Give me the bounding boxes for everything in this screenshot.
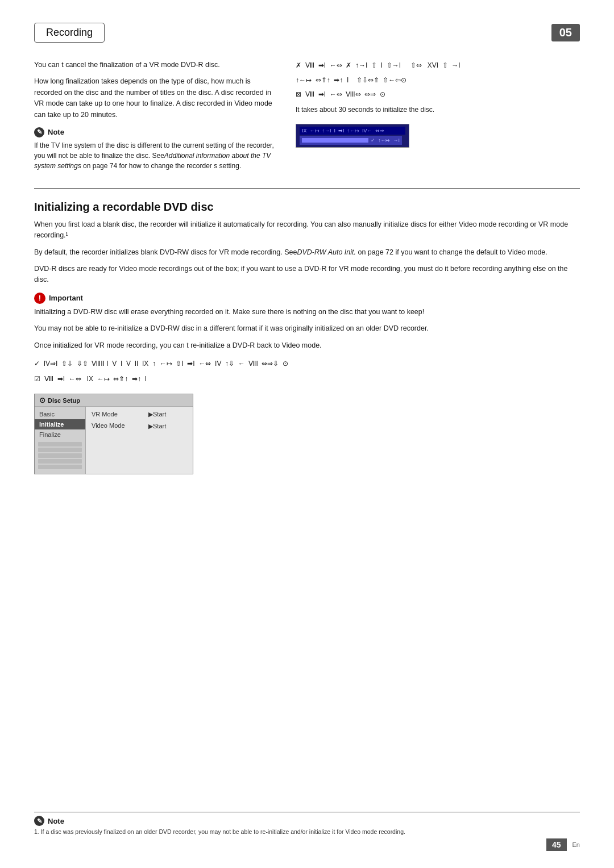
disc-setup-left-col: Basic Initialize Finalize [35,407,86,474]
finalization-para: How long finalization takes depends on t… [34,76,279,120]
osd-caption: It takes about 30 seconds to initialize … [296,105,580,115]
disc-setup-video-mode[interactable]: Video Mode [89,420,139,431]
left-column: You can t cancel the finalization of a V… [34,60,279,178]
osd-symbols: ✗ ⅦI ➡I ←⇔ ✗ ↑→I ⇧ I ⇧→I ⇧⇔ XVI ⇧ →I ↑←↦… [296,60,580,115]
checkmark-line-1: ✓ IV⇒I ⇧⇩ ⇩⇧ ⅧII I V I V II IX ↑ ←↦ ⇧I ➡… [34,358,580,370]
note-content: If the TV line system of the disc is dif… [34,140,279,171]
section-para3: DVD-R discs are ready for Video mode rec… [34,264,580,286]
important-icon: ! [34,293,45,304]
note-header: ✎ Note [34,127,279,137]
osd-line-2: ↑←↦ ⇔⇑↑ ➡↑ I ⇧⇩⇔⇑ ⇧←⇦⊙ [296,74,580,87]
disc-setup-finalize: Finalize [35,429,85,440]
important-para1: Initializing a DVD-RW disc will erase ev… [34,307,580,318]
progress-bar-fill [302,138,368,143]
important-label: Important [49,294,83,302]
disc-setup-vr-mode[interactable]: VR Mode [89,409,139,419]
disc-setup-right-col: ▶Start ▶Start [143,407,188,474]
page-number-bottom: 45 [546,838,567,851]
note-icon: ✎ [34,127,44,137]
page-number: 05 [551,24,580,41]
footer-rule [34,812,580,812]
title-text: Recording [46,27,93,38]
progress-bar-area: ✓ ↑←↦ →I [300,136,402,145]
checkmark-line-2: ☑ ⅦI ➡I ←⇔ IX ←↦ ⇔⇑↑ ➡↑ I [34,373,580,386]
screen-mockup: IX ←↦ ↑→I I ➡I ↑←↦ IV← ⇔⇒ ✓ ↑←↦ →I [296,124,409,148]
page-num-text: 05 [559,26,572,39]
footer-bottom: 45 En [34,838,580,851]
two-col-layout: You can t cancel the finalization of a V… [34,60,580,178]
footer-note-header: ✎ Note [34,816,580,826]
footer-note-icon: ✎ [34,816,44,826]
note-label: Note [48,128,64,136]
para2-italic: DVD-RW Auto Init. [297,248,356,256]
footer-note-label: Note [48,817,64,825]
para2-cont: on page 72 if you want to change the def… [356,248,547,256]
disc-setup-body: Basic Initialize Finalize VR Mode Video … [35,407,193,474]
disc-setup-start-2[interactable]: ▶Start [146,421,185,432]
disc-setup-basic: Basic [35,409,85,419]
page-header: Recording 05 [34,23,580,43]
section-para1: When you first load a blank disc, the re… [34,219,580,241]
para2-text: By default, the recorder initializes bla… [34,248,297,256]
footnote-text: 1. If a disc was previously finalized on… [34,828,580,835]
important-para3: Once initialized for VR mode recording, … [34,340,580,351]
lang-label: En [572,841,580,848]
osd-line-1: ✗ ⅦI ➡I ←⇔ ✗ ↑→I ⇧ I ⇧→I ⇧⇔ XVI ⇧ →I [296,60,580,72]
important-para2: You may not be able to re-initialize a D… [34,323,580,334]
disc-setup-start-1[interactable]: ▶Start [146,409,185,420]
disc-setup-title-text: Disc Setup [48,397,80,404]
disc-setup-gray-rows [35,440,85,471]
cancel-para: You can t cancel the finalization of a V… [34,60,279,70]
important-box: ! Important Initializing a DVD-RW disc w… [34,293,580,351]
section-divider [34,188,580,189]
right-column: ✗ ⅦI ➡I ←⇔ ✗ ↑→I ⇧ I ⇧→I ⇧⇔ XVI ⇧ →I ↑←↦… [296,60,580,178]
disc-setup-mockup: ⊙ Disc Setup Basic Initialize Finalize [34,394,193,474]
disc-setup-title: ⊙ Disc Setup [35,394,193,407]
section-heading: Initializing a recordable DVD disc [34,201,580,214]
note-box: ✎ Note If the TV line system of the disc… [34,127,279,171]
important-header: ! Important [34,293,580,304]
disc-setup-middle-col: VR Mode Video Mode [86,407,143,474]
section-para2: By default, the recorder initializes bla… [34,247,580,258]
section-content: When you first load a blank disc, the re… [34,219,580,479]
disc-setup-initialize[interactable]: Initialize [35,419,85,429]
note-text-after: on page 74 for how to change the recorde… [81,162,242,170]
page-title: Recording [34,23,105,43]
page-container: Recording 05 You can t cancel the finali… [0,0,614,868]
page-footer: ✎ Note 1. If a disc was previously final… [34,812,580,851]
osd-line-3: ⊠ ⅦI ➡I ←⇔ ⅦI⇔ ⇔⇒ ⊙ [296,89,580,101]
screen-icons: ✓ ↑←↦ →I [371,137,400,143]
